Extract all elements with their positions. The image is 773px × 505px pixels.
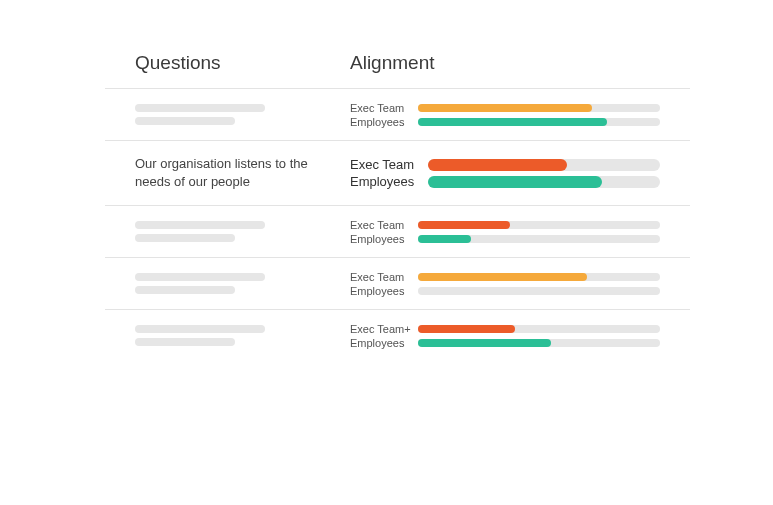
rows-container: Exec TeamEmployeesOur organisation liste… <box>105 88 690 361</box>
question-text: Our organisation listens to the needs of… <box>135 155 330 191</box>
placeholder-line <box>135 234 235 242</box>
exec-series: Exec Team <box>350 219 660 231</box>
bar-fill <box>418 339 551 347</box>
placeholder-line <box>135 117 235 125</box>
bar-track <box>418 273 660 281</box>
bar-fill <box>418 235 471 243</box>
exec-series-label: Exec Team <box>350 157 428 172</box>
alignment-cell: Exec Team+Employees <box>350 321 660 351</box>
employees-series-label: Employees <box>350 233 418 245</box>
placeholder-line <box>135 273 265 281</box>
employees-series-label: Employees <box>350 116 418 128</box>
bar-fill <box>418 221 510 229</box>
bar-fill <box>418 104 592 112</box>
bar-fill <box>418 273 587 281</box>
bar-fill <box>428 159 567 171</box>
bar-track <box>418 118 660 126</box>
placeholder-line <box>135 104 265 112</box>
placeholder-line <box>135 338 235 346</box>
table-row: Exec TeamEmployees <box>105 88 690 140</box>
placeholder-line <box>135 286 235 294</box>
alignment-cell: Exec TeamEmployees <box>350 269 660 299</box>
employees-series-label: Employees <box>350 174 428 189</box>
employees-series: Employees <box>350 116 660 128</box>
employees-series: Employees <box>350 233 660 245</box>
question-cell <box>135 320 350 351</box>
alignment-cell: Exec TeamEmployees <box>350 155 660 191</box>
exec-series-label: Exec Team <box>350 271 418 283</box>
employees-series: Employees <box>350 285 660 297</box>
exec-series-label: Exec Team <box>350 102 418 114</box>
bar-track <box>418 221 660 229</box>
exec-series: Exec Team <box>350 102 660 114</box>
bar-track <box>418 287 660 295</box>
exec-series: Exec Team+ <box>350 323 660 335</box>
exec-series: Exec Team <box>350 271 660 283</box>
question-cell <box>135 216 350 247</box>
alignment-cell: Exec TeamEmployees <box>350 217 660 247</box>
placeholder-line <box>135 221 265 229</box>
bar-track <box>418 104 660 112</box>
questions-header: Questions <box>135 52 350 74</box>
exec-series-label: Exec Team <box>350 219 418 231</box>
bar-fill <box>418 118 607 126</box>
employees-series-label: Employees <box>350 285 418 297</box>
bar-track <box>428 159 660 171</box>
employees-series: Employees <box>350 337 660 349</box>
employees-series: Employees <box>350 174 660 189</box>
exec-series: Exec Team <box>350 157 660 172</box>
bar-fill <box>428 176 602 188</box>
alignment-header: Alignment <box>350 52 435 74</box>
question-cell <box>135 99 350 130</box>
table-row: Our organisation listens to the needs of… <box>105 140 690 205</box>
employees-series-label: Employees <box>350 337 418 349</box>
bar-fill <box>418 325 515 333</box>
bar-track <box>418 235 660 243</box>
bar-track <box>428 176 660 188</box>
alignment-cell: Exec TeamEmployees <box>350 100 660 130</box>
question-cell <box>135 268 350 299</box>
bar-track <box>418 339 660 347</box>
table-row: Exec TeamEmployees <box>105 205 690 257</box>
column-headers: Questions Alignment <box>105 30 690 88</box>
table-row: Exec Team+Employees <box>105 309 690 361</box>
placeholder-line <box>135 325 265 333</box>
exec-series-label: Exec Team+ <box>350 323 418 335</box>
table-row: Exec TeamEmployees <box>105 257 690 309</box>
question-cell: Our organisation listens to the needs of… <box>135 155 350 191</box>
alignment-card: Questions Alignment Exec TeamEmployeesOu… <box>105 30 690 380</box>
bar-track <box>418 325 660 333</box>
